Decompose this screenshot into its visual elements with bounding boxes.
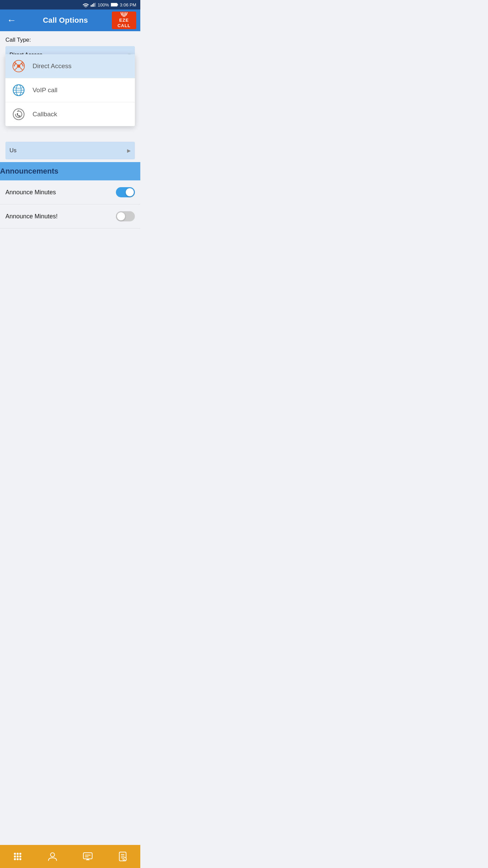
ezecall-logo: EZECALL	[112, 12, 136, 29]
logo-text: EZECALL	[118, 18, 131, 28]
announce-minutes-toggle[interactable]	[116, 187, 135, 197]
call-type-dropdown-menu: Direct Access VoIP call	[5, 54, 135, 126]
dropdown-item-voip[interactable]: VoIP call	[5, 78, 135, 102]
time-display: 3:06 PM	[120, 2, 136, 7]
toggle-knob-on	[126, 188, 134, 196]
signal-icon	[90, 2, 96, 7]
svg-rect-5	[111, 3, 117, 6]
toggle-knob-off	[117, 212, 125, 220]
status-bar: 100% 3:06 PM	[0, 0, 140, 9]
announcements-section-header: Announcements	[0, 162, 140, 180]
dropdown-item-direct-access[interactable]: Direct Access	[5, 54, 135, 78]
svg-rect-1	[92, 4, 93, 7]
callback-icon: 📞	[12, 107, 26, 121]
svg-rect-3	[95, 3, 96, 7]
direct-access-label: Direct Access	[33, 62, 72, 70]
voip-icon	[12, 83, 26, 97]
announce-minutes-row: Announce Minutes	[0, 180, 140, 204]
wifi-icon	[83, 2, 89, 7]
callback-label: Callback	[33, 111, 57, 118]
use-number-row[interactable]: Us ▶	[5, 142, 135, 159]
battery-percent: 100%	[98, 2, 109, 7]
call-type-label: Call Type:	[5, 37, 135, 43]
back-button[interactable]: ←	[4, 14, 19, 26]
voip-label: VoIP call	[33, 86, 58, 94]
page-title: Call Options	[19, 16, 112, 25]
battery-icon	[111, 3, 118, 7]
app-header: ← Call Options EZECALL	[0, 9, 140, 31]
svg-rect-0	[91, 5, 92, 7]
svg-marker-13	[17, 110, 19, 112]
announcements-title: Announcements	[0, 167, 58, 175]
announce-minutes-excl-row: Announce Minutes!	[0, 204, 140, 229]
announce-minutes-label: Announce Minutes	[5, 189, 56, 196]
announce-minutes-excl-label: Announce Minutes!	[5, 213, 58, 220]
svg-rect-2	[94, 3, 95, 7]
use-arrow-icon: ▶	[127, 148, 131, 153]
announce-minutes-excl-toggle[interactable]	[116, 211, 135, 221]
svg-rect-6	[117, 4, 118, 6]
use-number-label: Us	[9, 147, 17, 154]
svg-text:📞: 📞	[17, 113, 21, 117]
dropdown-item-callback[interactable]: 📞 Callback	[5, 102, 135, 126]
direct-access-icon	[12, 59, 26, 73]
main-content: Call Type: Direct Access ▾	[0, 31, 140, 296]
